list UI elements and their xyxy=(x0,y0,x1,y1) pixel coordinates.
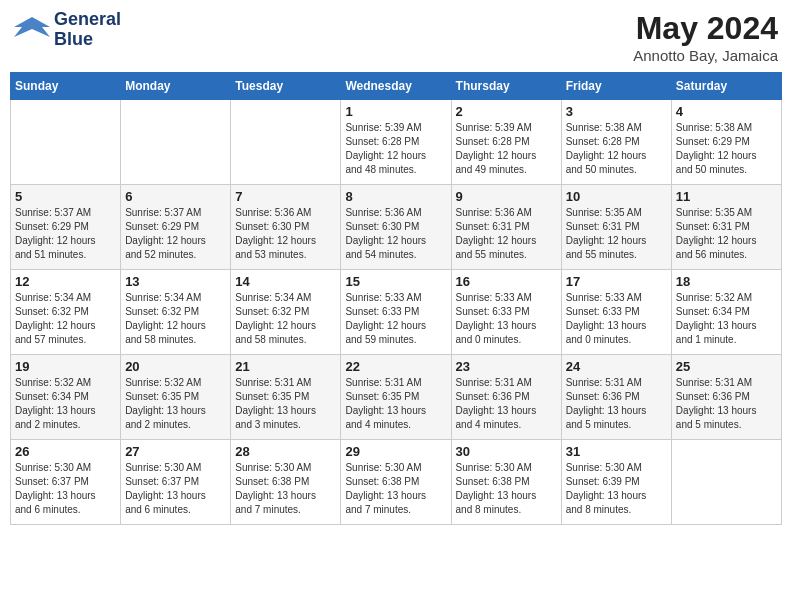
day-number: 27 xyxy=(125,444,226,459)
day-info: Sunrise: 5:36 AM Sunset: 6:30 PM Dayligh… xyxy=(345,206,446,262)
week-row-4: 19Sunrise: 5:32 AM Sunset: 6:34 PM Dayli… xyxy=(11,355,782,440)
day-number: 11 xyxy=(676,189,777,204)
day-info: Sunrise: 5:30 AM Sunset: 6:38 PM Dayligh… xyxy=(345,461,446,517)
day-number: 1 xyxy=(345,104,446,119)
day-number: 22 xyxy=(345,359,446,374)
logo: General Blue xyxy=(14,10,121,50)
week-row-1: 1Sunrise: 5:39 AM Sunset: 6:28 PM Daylig… xyxy=(11,100,782,185)
day-info: Sunrise: 5:33 AM Sunset: 6:33 PM Dayligh… xyxy=(456,291,557,347)
calendar-cell: 12Sunrise: 5:34 AM Sunset: 6:32 PM Dayli… xyxy=(11,270,121,355)
day-number: 7 xyxy=(235,189,336,204)
day-number: 3 xyxy=(566,104,667,119)
day-info: Sunrise: 5:33 AM Sunset: 6:33 PM Dayligh… xyxy=(345,291,446,347)
calendar-cell: 8Sunrise: 5:36 AM Sunset: 6:30 PM Daylig… xyxy=(341,185,451,270)
day-number: 17 xyxy=(566,274,667,289)
day-info: Sunrise: 5:30 AM Sunset: 6:39 PM Dayligh… xyxy=(566,461,667,517)
calendar-cell: 31Sunrise: 5:30 AM Sunset: 6:39 PM Dayli… xyxy=(561,440,671,525)
week-row-3: 12Sunrise: 5:34 AM Sunset: 6:32 PM Dayli… xyxy=(11,270,782,355)
week-row-2: 5Sunrise: 5:37 AM Sunset: 6:29 PM Daylig… xyxy=(11,185,782,270)
calendar-cell: 29Sunrise: 5:30 AM Sunset: 6:38 PM Dayli… xyxy=(341,440,451,525)
day-info: Sunrise: 5:37 AM Sunset: 6:29 PM Dayligh… xyxy=(125,206,226,262)
day-info: Sunrise: 5:31 AM Sunset: 6:35 PM Dayligh… xyxy=(235,376,336,432)
calendar-cell: 3Sunrise: 5:38 AM Sunset: 6:28 PM Daylig… xyxy=(561,100,671,185)
calendar-cell: 17Sunrise: 5:33 AM Sunset: 6:33 PM Dayli… xyxy=(561,270,671,355)
day-number: 14 xyxy=(235,274,336,289)
day-info: Sunrise: 5:30 AM Sunset: 6:38 PM Dayligh… xyxy=(456,461,557,517)
day-number: 25 xyxy=(676,359,777,374)
day-info: Sunrise: 5:35 AM Sunset: 6:31 PM Dayligh… xyxy=(566,206,667,262)
day-number: 5 xyxy=(15,189,116,204)
day-number: 28 xyxy=(235,444,336,459)
calendar-cell: 6Sunrise: 5:37 AM Sunset: 6:29 PM Daylig… xyxy=(121,185,231,270)
day-number: 8 xyxy=(345,189,446,204)
day-header-saturday: Saturday xyxy=(671,73,781,100)
day-info: Sunrise: 5:35 AM Sunset: 6:31 PM Dayligh… xyxy=(676,206,777,262)
day-header-wednesday: Wednesday xyxy=(341,73,451,100)
day-info: Sunrise: 5:36 AM Sunset: 6:31 PM Dayligh… xyxy=(456,206,557,262)
calendar-cell: 16Sunrise: 5:33 AM Sunset: 6:33 PM Dayli… xyxy=(451,270,561,355)
calendar-cell: 20Sunrise: 5:32 AM Sunset: 6:35 PM Dayli… xyxy=(121,355,231,440)
calendar-cell: 27Sunrise: 5:30 AM Sunset: 6:37 PM Dayli… xyxy=(121,440,231,525)
calendar-cell: 26Sunrise: 5:30 AM Sunset: 6:37 PM Dayli… xyxy=(11,440,121,525)
title-block: May 2024 Annotto Bay, Jamaica xyxy=(633,10,778,64)
day-info: Sunrise: 5:34 AM Sunset: 6:32 PM Dayligh… xyxy=(15,291,116,347)
logo-icon xyxy=(14,15,50,45)
day-header-tuesday: Tuesday xyxy=(231,73,341,100)
day-number: 10 xyxy=(566,189,667,204)
day-info: Sunrise: 5:31 AM Sunset: 6:36 PM Dayligh… xyxy=(566,376,667,432)
day-number: 31 xyxy=(566,444,667,459)
day-number: 18 xyxy=(676,274,777,289)
day-number: 13 xyxy=(125,274,226,289)
week-row-5: 26Sunrise: 5:30 AM Sunset: 6:37 PM Dayli… xyxy=(11,440,782,525)
day-number: 21 xyxy=(235,359,336,374)
day-info: Sunrise: 5:30 AM Sunset: 6:37 PM Dayligh… xyxy=(15,461,116,517)
calendar-cell: 10Sunrise: 5:35 AM Sunset: 6:31 PM Dayli… xyxy=(561,185,671,270)
calendar-cell xyxy=(671,440,781,525)
calendar-cell xyxy=(121,100,231,185)
calendar-cell: 19Sunrise: 5:32 AM Sunset: 6:34 PM Dayli… xyxy=(11,355,121,440)
logo-text: General Blue xyxy=(54,10,121,50)
day-info: Sunrise: 5:39 AM Sunset: 6:28 PM Dayligh… xyxy=(345,121,446,177)
calendar-cell: 4Sunrise: 5:38 AM Sunset: 6:29 PM Daylig… xyxy=(671,100,781,185)
day-info: Sunrise: 5:38 AM Sunset: 6:28 PM Dayligh… xyxy=(566,121,667,177)
calendar-cell xyxy=(11,100,121,185)
day-header-friday: Friday xyxy=(561,73,671,100)
day-header-thursday: Thursday xyxy=(451,73,561,100)
day-number: 23 xyxy=(456,359,557,374)
calendar-cell: 11Sunrise: 5:35 AM Sunset: 6:31 PM Dayli… xyxy=(671,185,781,270)
calendar-cell: 28Sunrise: 5:30 AM Sunset: 6:38 PM Dayli… xyxy=(231,440,341,525)
calendar-cell: 13Sunrise: 5:34 AM Sunset: 6:32 PM Dayli… xyxy=(121,270,231,355)
day-header-monday: Monday xyxy=(121,73,231,100)
day-number: 24 xyxy=(566,359,667,374)
calendar-cell: 15Sunrise: 5:33 AM Sunset: 6:33 PM Dayli… xyxy=(341,270,451,355)
day-number: 15 xyxy=(345,274,446,289)
day-number: 9 xyxy=(456,189,557,204)
page-header: General Blue May 2024 Annotto Bay, Jamai… xyxy=(10,10,782,64)
calendar-cell: 18Sunrise: 5:32 AM Sunset: 6:34 PM Dayli… xyxy=(671,270,781,355)
calendar-cell: 9Sunrise: 5:36 AM Sunset: 6:31 PM Daylig… xyxy=(451,185,561,270)
calendar-cell: 25Sunrise: 5:31 AM Sunset: 6:36 PM Dayli… xyxy=(671,355,781,440)
day-info: Sunrise: 5:32 AM Sunset: 6:35 PM Dayligh… xyxy=(125,376,226,432)
day-info: Sunrise: 5:34 AM Sunset: 6:32 PM Dayligh… xyxy=(235,291,336,347)
day-number: 29 xyxy=(345,444,446,459)
calendar-cell: 1Sunrise: 5:39 AM Sunset: 6:28 PM Daylig… xyxy=(341,100,451,185)
day-number: 4 xyxy=(676,104,777,119)
day-header-sunday: Sunday xyxy=(11,73,121,100)
day-number: 30 xyxy=(456,444,557,459)
day-info: Sunrise: 5:37 AM Sunset: 6:29 PM Dayligh… xyxy=(15,206,116,262)
calendar-cell: 23Sunrise: 5:31 AM Sunset: 6:36 PM Dayli… xyxy=(451,355,561,440)
calendar-cell: 14Sunrise: 5:34 AM Sunset: 6:32 PM Dayli… xyxy=(231,270,341,355)
day-info: Sunrise: 5:34 AM Sunset: 6:32 PM Dayligh… xyxy=(125,291,226,347)
day-number: 26 xyxy=(15,444,116,459)
calendar-cell: 5Sunrise: 5:37 AM Sunset: 6:29 PM Daylig… xyxy=(11,185,121,270)
day-number: 6 xyxy=(125,189,226,204)
day-info: Sunrise: 5:30 AM Sunset: 6:37 PM Dayligh… xyxy=(125,461,226,517)
calendar-cell: 24Sunrise: 5:31 AM Sunset: 6:36 PM Dayli… xyxy=(561,355,671,440)
day-info: Sunrise: 5:33 AM Sunset: 6:33 PM Dayligh… xyxy=(566,291,667,347)
day-info: Sunrise: 5:39 AM Sunset: 6:28 PM Dayligh… xyxy=(456,121,557,177)
calendar-cell: 30Sunrise: 5:30 AM Sunset: 6:38 PM Dayli… xyxy=(451,440,561,525)
header-row: SundayMondayTuesdayWednesdayThursdayFrid… xyxy=(11,73,782,100)
day-info: Sunrise: 5:32 AM Sunset: 6:34 PM Dayligh… xyxy=(15,376,116,432)
month-year: May 2024 xyxy=(633,10,778,47)
day-number: 12 xyxy=(15,274,116,289)
